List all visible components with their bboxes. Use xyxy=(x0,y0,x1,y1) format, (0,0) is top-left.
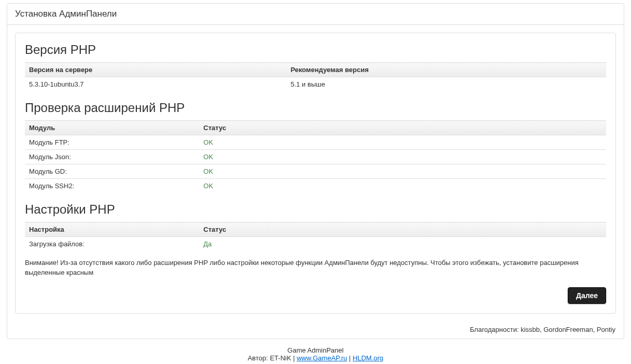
table-row: Модуль SSH2: OK xyxy=(25,179,606,193)
footer-author-line: Автор: ET-NiK | www.GameAP.ru | HLDM.org xyxy=(7,354,624,362)
main-panel: Установка АдминПанели Версия PHP Версия … xyxy=(7,3,624,339)
extensions-header-module: Модуль xyxy=(25,121,199,135)
credits-text: Благодарности: kissbb, GordonFreeman, Po… xyxy=(7,321,624,339)
button-row: Далее xyxy=(25,287,606,304)
table-row: 5.3.10-1ubuntu3.7 5.1 и выше xyxy=(25,77,606,92)
footer: Game AdminPanel Автор: ET-NiK | www.Game… xyxy=(7,342,624,364)
php-version-server-value: 5.3.10-1ubuntu3.7 xyxy=(25,77,286,92)
module-status: OK xyxy=(199,135,606,150)
footer-separator: | xyxy=(347,354,353,362)
table-row: Загрузка файлов: Да xyxy=(25,237,606,251)
settings-header-setting: Настройка xyxy=(25,222,199,237)
settings-header-status: Статус xyxy=(199,222,606,237)
extensions-header-status: Статус xyxy=(199,121,606,135)
table-row: Модуль Json: OK xyxy=(25,150,606,164)
php-version-header-recommended: Рекомендуемая версия xyxy=(286,63,606,77)
extensions-heading: Проверка расширений PHP xyxy=(25,101,606,115)
table-row: Модуль GD: OK xyxy=(25,164,606,179)
warning-text: Внимание! Из-за отсутствия какого либо р… xyxy=(25,258,606,278)
module-name: Модуль Json: xyxy=(25,150,199,164)
footer-link-hldm[interactable]: HLDM.org xyxy=(353,354,383,362)
extensions-table: Модуль Статус Модуль FTP: OK Модуль Json… xyxy=(25,120,606,193)
module-name: Модуль GD: xyxy=(25,164,199,179)
php-version-heading: Версия PHP xyxy=(25,43,606,57)
php-version-recommended-value: 5.1 и выше xyxy=(286,77,606,92)
php-version-header-server: Версия на сервере xyxy=(25,63,286,77)
settings-heading: Настройки PHP xyxy=(25,202,606,217)
module-status: OK xyxy=(199,164,606,179)
page-title: Установка АдминПанели xyxy=(7,4,624,25)
module-name: Модуль FTP: xyxy=(25,135,199,150)
table-row: Модуль FTP: OK xyxy=(25,135,606,150)
next-button[interactable]: Далее xyxy=(568,287,606,304)
settings-table: Настройка Статус Загрузка файлов: Да xyxy=(25,222,606,251)
footer-product: Game AdminPanel xyxy=(7,346,624,354)
footer-link-gameap[interactable]: www.GameAP.ru xyxy=(297,354,347,362)
module-status: OK xyxy=(199,150,606,164)
panel-body: Версия PHP Версия на сервере Рекомендуем… xyxy=(7,25,624,321)
setting-status: Да xyxy=(199,237,606,251)
module-status: OK xyxy=(199,179,606,193)
setting-name: Загрузка файлов: xyxy=(25,237,199,251)
footer-author-label: Автор: ET-NiK | xyxy=(248,354,297,362)
php-version-table: Версия на сервере Рекомендуемая версия 5… xyxy=(25,62,606,91)
inner-panel: Версия PHP Версия на сервере Рекомендуем… xyxy=(15,33,616,314)
module-name: Модуль SSH2: xyxy=(25,179,199,193)
